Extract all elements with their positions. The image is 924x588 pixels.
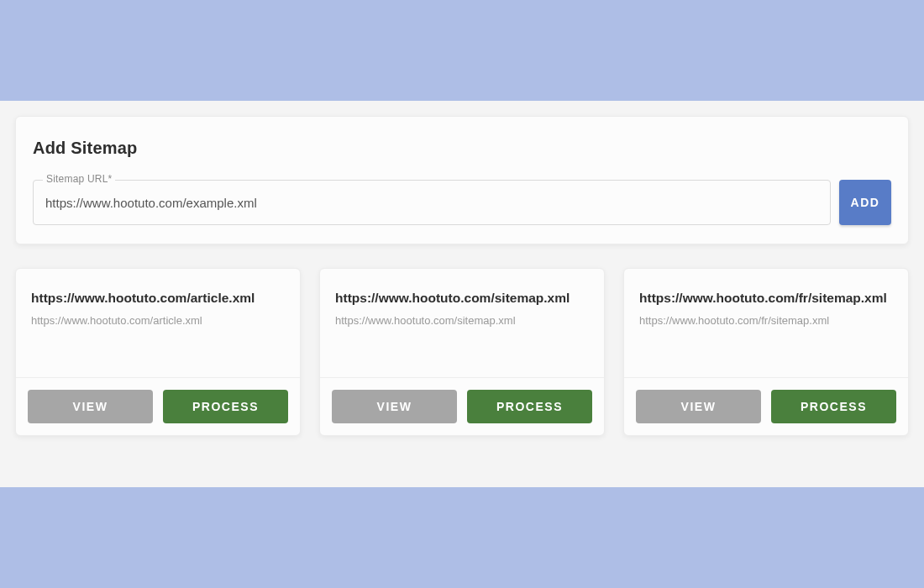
sitemap-card-body: https://www.hootuto.com/sitemap.xml http… [320,269,604,377]
add-sitemap-heading: Add Sitemap [33,139,891,158]
sitemap-title: https://www.hootuto.com/fr/sitemap.xml [639,291,893,306]
sitemap-url-input[interactable] [33,180,831,225]
process-button[interactable]: PROCESS [771,390,896,423]
add-button[interactable]: ADD [839,180,891,225]
sitemap-card: https://www.hootuto.com/sitemap.xml http… [319,268,605,436]
process-button[interactable]: PROCESS [163,390,288,423]
sitemap-actions: VIEW PROCESS [320,377,604,435]
view-button[interactable]: VIEW [332,390,457,423]
add-sitemap-card: Add Sitemap Sitemap URL* ADD [15,116,909,244]
sitemap-grid: https://www.hootuto.com/article.xml http… [15,268,909,436]
sitemap-card-body: https://www.hootuto.com/article.xml http… [16,269,300,377]
sitemap-title: https://www.hootuto.com/sitemap.xml [335,291,589,306]
view-button[interactable]: VIEW [28,390,153,423]
sitemap-subtitle: https://www.hootuto.com/fr/sitemap.xml [639,314,893,327]
sitemap-card: https://www.hootuto.com/article.xml http… [15,268,301,436]
sitemap-card: https://www.hootuto.com/fr/sitemap.xml h… [623,268,909,436]
sitemap-subtitle: https://www.hootuto.com/sitemap.xml [335,314,589,327]
sitemap-card-body: https://www.hootuto.com/fr/sitemap.xml h… [624,269,908,377]
sitemap-title: https://www.hootuto.com/article.xml [31,291,285,306]
view-button[interactable]: VIEW [636,390,761,423]
sitemap-url-label: Sitemap URL* [43,173,115,185]
add-sitemap-row: Sitemap URL* ADD [33,180,891,225]
sitemap-url-field: Sitemap URL* [33,180,831,225]
sitemap-actions: VIEW PROCESS [624,377,908,435]
sitemap-actions: VIEW PROCESS [16,377,300,435]
process-button[interactable]: PROCESS [467,390,592,423]
page: Add Sitemap Sitemap URL* ADD https://www… [0,101,924,487]
sitemap-subtitle: https://www.hootuto.com/article.xml [31,314,285,327]
